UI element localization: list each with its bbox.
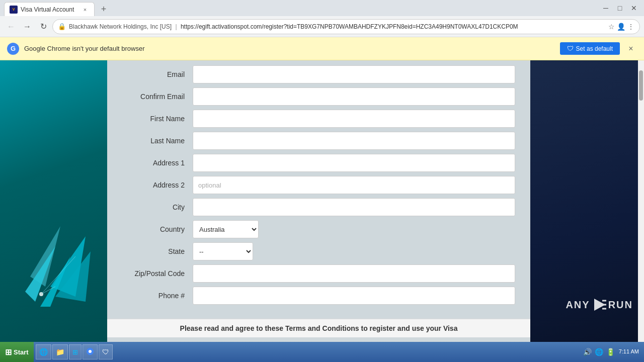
windows-start-icon: ⊞ [5,347,12,357]
taskbar: ⊞ Start 🌐 📁 ⊞ 🛡 🔊 🌐 [0,342,644,362]
new-tab-button[interactable]: + [97,2,111,16]
tab-favicon: V [10,6,18,14]
infobar-message: Google Chrome isn't your default browser [24,45,555,52]
first-name-label: First Name [117,115,193,123]
lock-icon: 🔒 [58,23,66,30]
zip-label: Zip/Postal Code [117,269,193,278]
address2-input[interactable] [193,176,515,194]
maximize-button[interactable]: □ [614,2,626,14]
reload-button[interactable]: ↻ [36,20,50,34]
left-decorative-panel [0,60,107,342]
tray-speaker-icon[interactable]: 🔊 [583,348,592,356]
phone-row: Phone # [117,287,515,305]
first-name-input[interactable] [193,110,515,128]
taskbar-item-chrome[interactable] [83,344,98,359]
phone-label: Phone # [117,292,193,300]
state-select[interactable]: -- NSW VIC QLD [193,242,253,260]
security-icon: 🛡 [102,348,109,356]
start-label: Start [14,348,29,356]
last-name-label: Last Name [117,137,193,145]
taskbar-item-explorer[interactable]: 📁 [52,344,68,359]
bookmark-star-icon[interactable]: ☆ [608,23,615,31]
tray-battery-icon[interactable]: 🔋 [606,348,615,356]
anyrun-text: ANY [566,299,590,311]
system-clock: 7:11 AM [619,348,639,355]
email-label: Email [117,70,193,78]
city-row: City [117,198,515,216]
window-close-button[interactable]: ✕ [628,2,640,14]
taskbar-item-ie[interactable]: 🌐 [36,344,51,359]
email-row: Email [117,65,515,83]
city-label: City [117,203,193,211]
browser-tab[interactable]: V Visa Virtual Account × [4,2,95,16]
play-icon [592,298,606,312]
confirm-email-input[interactable] [193,87,515,106]
city-input[interactable] [193,198,515,216]
zip-input[interactable] [193,264,515,283]
address-bar[interactable]: 🔒 Blackhawk Network Holdings, Inc [US] |… [52,19,640,34]
forward-button[interactable]: → [20,20,34,34]
last-name-input[interactable] [193,132,515,150]
ie-icon: 🌐 [39,348,48,356]
svg-point-13 [89,350,92,353]
address1-label: Address 1 [117,159,193,167]
country-row: Country Australia United States United K… [117,220,515,238]
email-input[interactable] [193,65,515,83]
tab-close-button[interactable]: × [81,6,89,14]
terms-notice: Please read and agree to these Terms and… [107,319,530,337]
country-select[interactable]: Australia United States United Kingdom C… [193,220,259,238]
profile-icon[interactable]: 👤 [617,23,625,31]
taskbar-item-windows[interactable]: ⊞ [69,344,82,359]
address1-input[interactable] [193,154,515,172]
right-decorative-panel: ANY RUN [530,60,638,342]
phone-input[interactable] [193,287,515,305]
windows-icon: ⊞ [72,348,78,356]
menu-icon[interactable]: ⋮ [627,23,634,31]
set-default-button[interactable]: 🛡 Set as default [560,42,620,55]
confirm-email-label: Confirm Email [117,93,193,101]
taskbar-item-security[interactable]: 🛡 [99,344,113,359]
anyrun-suffix: RUN [608,299,633,311]
address2-row: Address 2 [117,176,515,194]
scrollbar-thumb[interactable] [639,70,643,101]
minimize-button[interactable]: ─ [600,2,612,14]
state-label: State [117,247,193,255]
zip-row: Zip/Postal Code [117,264,515,283]
first-name-row: First Name [117,110,515,128]
confirm-email-row: Confirm Email [117,87,515,106]
anyrun-logo: ANY RUN [566,298,633,312]
infobar-close-button[interactable]: × [625,43,637,55]
default-browser-infobar: G Google Chrome isn't your default brows… [0,37,644,60]
back-button[interactable]: ← [4,20,18,34]
form-area: Email Confirm Email First Name Last Name [107,60,530,342]
decorative-graphic [10,186,101,312]
last-name-row: Last Name [117,132,515,150]
start-button[interactable]: ⊞ Start [0,342,34,362]
address2-label: Address 2 [117,181,193,189]
page-scrollbar[interactable] [638,60,644,342]
folder-icon: 📁 [56,348,64,356]
tab-title: Visa Virtual Account [21,6,78,13]
url-company: Blackhawk Network Holdings, Inc [US] | h… [69,23,605,30]
chrome-icon: G [7,43,19,55]
country-label: Country [117,225,193,233]
chrome-taskbar-icon [86,347,94,357]
tray-network-icon[interactable]: 🌐 [595,348,603,356]
state-row: State -- NSW VIC QLD [117,242,515,260]
address1-row: Address 1 [117,154,515,172]
